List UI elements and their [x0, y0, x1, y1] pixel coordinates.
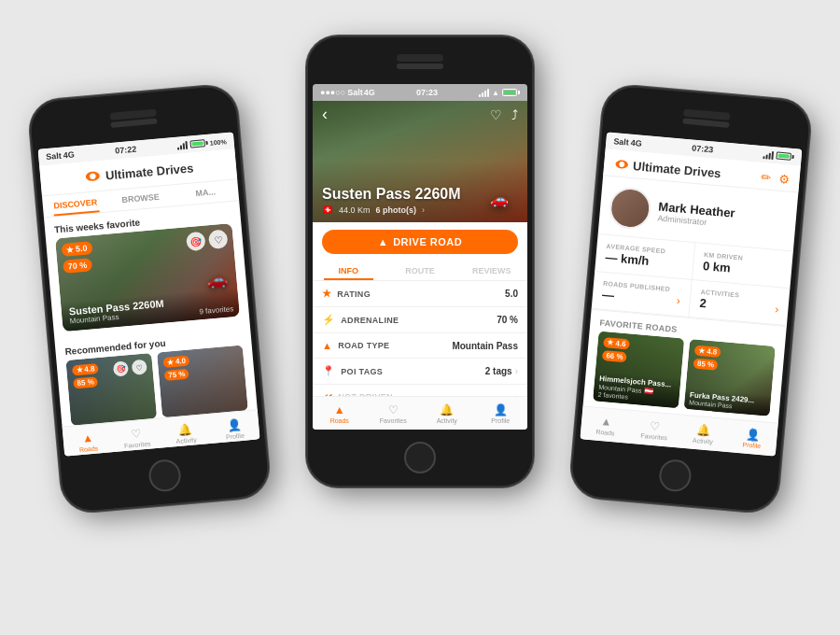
- profile-icon-left: 👤: [227, 417, 242, 431]
- battery-right: [776, 151, 794, 161]
- small-card-icons-1: 🎯 ♡: [113, 360, 147, 377]
- network-center: Salt: [347, 88, 363, 97]
- fav-card-info-1: Himmelsjoch Pass... Mountain Pass 🇦🇹 2 f…: [593, 371, 680, 408]
- rating-badge-left: ★ 5.0: [61, 241, 92, 257]
- logo-svg-right: [613, 155, 632, 174]
- carrier-right: Salt: [613, 136, 629, 147]
- phone-center-speaker: [397, 64, 443, 69]
- time-left: 07:22: [115, 145, 137, 156]
- activities-chevron: ›: [775, 303, 779, 316]
- drive-road-button[interactable]: ▲ DRIVE ROAD: [322, 230, 518, 254]
- detail-tabs: INFO ROUTE REVIEWS: [313, 261, 527, 281]
- share-icon-center[interactable]: ⤴: [511, 107, 518, 122]
- info-row-road-type: ▲ ROAD TYPE Mountain Pass: [313, 333, 527, 359]
- user-info: Mark Heather Administrator: [657, 199, 735, 229]
- info-label-road-type: ▲ ROAD TYPE: [322, 340, 389, 351]
- fav-rating-1: ★ 4.6: [603, 337, 630, 349]
- detail-top-bar: ‹ ♡ ⤴: [313, 101, 527, 128]
- featured-card-left[interactable]: 🚗 ★ 5.0 70 % 🎯 ♡ Susten Pass 2260M Mount…: [55, 223, 240, 332]
- fav-card-1[interactable]: ★ 4.6 66 % Himmelsjoch Pass... Mountain …: [593, 332, 684, 409]
- network-left: 4G: [63, 149, 75, 160]
- phone-left-screen: Salt 4G 07:22 100%: [38, 132, 260, 456]
- small-card-1[interactable]: ★ 4.8 85 % 🎯 ♡: [65, 353, 157, 426]
- poi-value: 2 tags: [485, 366, 512, 376]
- signal-right: [763, 150, 774, 160]
- poi-icon: 📍: [322, 365, 335, 377]
- fav-adrenaline-1: 66 %: [602, 350, 627, 362]
- small-steering-1: 🎯: [113, 360, 129, 376]
- info-row-poi[interactable]: 📍 POI TAGS 2 tags ›: [313, 359, 527, 385]
- nav-roads-left[interactable]: ▲ Roads: [63, 423, 114, 456]
- published-chevron: ›: [676, 294, 680, 307]
- steering-icon: 🎯: [186, 232, 206, 252]
- favorites-icon-left: ♡: [131, 427, 142, 441]
- detail-header: 🚗 ‹ ♡ ⤴ Susten Pass 2260M 🇨🇭 44.0 Km 6 p…: [313, 101, 527, 222]
- road-type-value: Mountain Pass: [452, 341, 518, 351]
- settings-icon[interactable]: ⚙: [778, 171, 791, 186]
- adrenaline-badge-left: 70 %: [63, 258, 92, 274]
- phone-center-bottom: [308, 430, 532, 486]
- info-label-adrenaline: ⚡ ADRENALINE: [322, 314, 399, 326]
- info-label-poi: 📍 POI TAGS: [322, 365, 383, 377]
- phone-center-top: [308, 37, 532, 84]
- app-name-left: Ultimate Drives: [105, 161, 194, 182]
- phone-left-speaker: [110, 119, 157, 128]
- carrier-left: Salt: [46, 151, 62, 162]
- nav-profile-right[interactable]: 👤 Profile: [726, 419, 777, 456]
- info-row-adrenaline: ⚡ ADRENALINE 70 %: [313, 307, 527, 333]
- status-bar-center: ●●●○○ Salt 4G 07:23 ▲: [313, 84, 527, 101]
- battery-center: [502, 89, 520, 96]
- detail-header-icons: ♡ ⤴: [490, 107, 518, 122]
- roads-icon-left: ▲: [81, 430, 93, 444]
- phone-right-speaker: [682, 119, 729, 128]
- nav-profile-center[interactable]: 👤 Profile: [474, 397, 528, 430]
- photos-link[interactable]: 6 photo(s): [376, 205, 417, 215]
- detail-title: Susten Pass 2260M 🇨🇭 44.0 Km 6 photo(s) …: [322, 186, 518, 215]
- bottom-nav-center: ▲ Roads ♡ Favorites 🔔 Activity 👤 Profile: [313, 396, 527, 430]
- nav-favorites-right[interactable]: ♡ Favorites: [629, 411, 680, 447]
- home-btn-center[interactable]: [404, 442, 436, 473]
- battery-left: [189, 139, 208, 148]
- edit-icon[interactable]: ✏: [761, 170, 772, 185]
- profile-icon-center: 👤: [494, 403, 508, 416]
- adrenaline-icon: ⚡: [322, 314, 335, 326]
- phone-left: Salt 4G 07:22 100%: [29, 85, 270, 512]
- tab-reviews[interactable]: REVIEWS: [455, 261, 527, 280]
- activity-icon-right: 🔔: [696, 423, 711, 437]
- drive-icon: ▲: [378, 236, 388, 247]
- fav-adrenaline-2: 85 %: [693, 359, 719, 371]
- battery-pct-left: 100%: [209, 138, 226, 147]
- home-btn-left[interactable]: [147, 459, 182, 493]
- nav-activity-center[interactable]: 🔔 Activity: [420, 397, 474, 430]
- carrier-center: ●●●○○: [320, 88, 345, 97]
- nav-roads-center[interactable]: ▲ Roads: [313, 397, 367, 430]
- phones-container: Salt 4G 07:22 100%: [19, 19, 821, 616]
- poi-chevron: ›: [515, 366, 518, 376]
- small-card-2[interactable]: ★ 4.0 75 %: [157, 345, 248, 417]
- nav-activity-right[interactable]: 🔔 Activity: [678, 416, 729, 452]
- home-btn-right[interactable]: [658, 459, 693, 493]
- tab-info[interactable]: INFO: [313, 261, 385, 280]
- phone-right-screen: Salt 4G 07:23: [580, 132, 802, 456]
- activity-icon-center: 🔔: [440, 403, 454, 416]
- signal-left: [177, 140, 189, 149]
- back-button[interactable]: ‹: [322, 105, 328, 124]
- tab-route[interactable]: ROUTE: [385, 261, 456, 280]
- roads-icon-right: ▲: [600, 415, 612, 429]
- network-type-center: 4G: [364, 88, 375, 97]
- logo-svg-left: [82, 166, 103, 187]
- heart-icon-left[interactable]: ♡: [208, 229, 229, 249]
- nav-favorites-center[interactable]: ♡ Favorites: [367, 397, 421, 430]
- rating-value: 5.0: [505, 289, 518, 299]
- time-right: 07:23: [692, 144, 714, 155]
- road-type-icon: ▲: [322, 340, 332, 351]
- small-card-bg-2: [157, 345, 248, 417]
- photos-chevron: ›: [422, 205, 425, 215]
- heart-icon-center[interactable]: ♡: [490, 107, 502, 122]
- app-logo-left: Ultimate Drives: [82, 158, 194, 186]
- profile-icon-right: 👤: [745, 427, 760, 441]
- small-heart-1[interactable]: ♡: [132, 360, 147, 375]
- fav-card-2[interactable]: ★ 4.8 85 % Furka Pass 2429... Mountain P…: [684, 339, 776, 416]
- nav-roads-right[interactable]: ▲ Roads: [580, 406, 631, 443]
- road-distance: 44.0 Km: [339, 205, 371, 215]
